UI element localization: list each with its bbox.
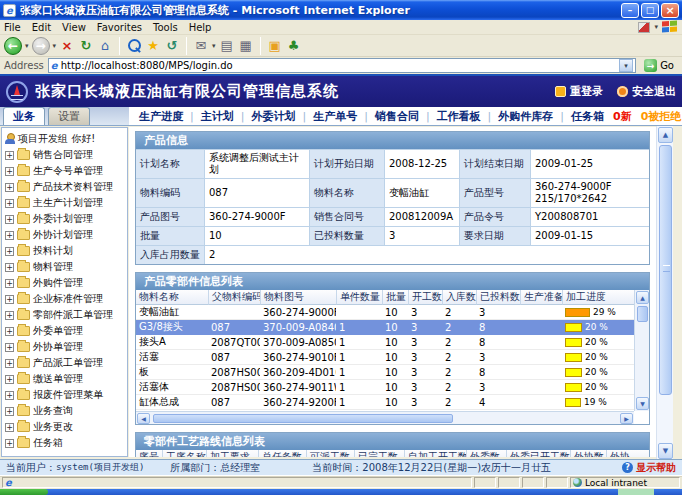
menu-tools[interactable]: Tools bbox=[153, 22, 178, 33]
scroll-left-icon[interactable]: ◀ bbox=[137, 413, 150, 424]
column-header[interactable]: 工序名称 bbox=[162, 450, 206, 457]
column-header[interactable]: 单件数量 bbox=[336, 290, 382, 305]
forward-icon[interactable]: → bbox=[32, 37, 50, 55]
column-header[interactable]: 外委已开工数 bbox=[506, 450, 570, 457]
address-input[interactable]: e http://localhost:8080/MPS/login.do ▾ bbox=[48, 58, 636, 73]
column-header[interactable]: 序号 bbox=[136, 450, 162, 457]
print-icon[interactable]: ▤ bbox=[219, 37, 235, 55]
scrollbar-thumb[interactable] bbox=[659, 145, 672, 395]
column-header[interactable]: 可派工数 bbox=[306, 450, 354, 457]
sidebar-item[interactable]: +企业标准件管理 bbox=[2, 291, 127, 307]
expand-plus-icon[interactable]: + bbox=[5, 199, 14, 208]
expand-plus-icon[interactable]: + bbox=[5, 327, 14, 336]
page-vertical-scrollbar[interactable]: ▲ ▼ bbox=[656, 126, 673, 460]
column-header[interactable]: 自加工开工数 bbox=[404, 450, 466, 457]
expand-plus-icon[interactable]: + bbox=[5, 263, 14, 272]
tab-business[interactable]: 业务 bbox=[3, 107, 45, 125]
menu-favorites[interactable]: Favorites bbox=[97, 22, 142, 33]
table-row[interactable]: 变幅油缸360-274-9000F1032329 % bbox=[136, 305, 634, 320]
column-header[interactable]: 生产准备 bbox=[520, 290, 562, 305]
sidebar-item[interactable]: +任务箱 bbox=[2, 435, 127, 451]
sidebar-item[interactable]: +投料计划 bbox=[2, 243, 127, 259]
expand-plus-icon[interactable]: + bbox=[5, 247, 14, 256]
edit-icon[interactable]: ▦ bbox=[238, 37, 254, 55]
sidebar-item[interactable]: +产品技术资料管理 bbox=[2, 179, 127, 195]
sidebar-item[interactable]: +缴送单管理 bbox=[2, 371, 127, 387]
column-header[interactable]: 物料图号 bbox=[260, 290, 336, 305]
nav-item-6[interactable]: 工作看板 bbox=[437, 109, 481, 124]
sidebar-item[interactable]: +零部件派工单管理 bbox=[2, 307, 127, 323]
expand-plus-icon[interactable]: + bbox=[5, 231, 14, 240]
nav-item-7[interactable]: 外购件库存 bbox=[498, 109, 553, 124]
sidebar-item[interactable]: +外协计划管理 bbox=[2, 227, 127, 243]
scroll-down-icon[interactable]: ▼ bbox=[636, 397, 649, 410]
go-button[interactable]: → Go bbox=[640, 58, 678, 74]
home-icon[interactable]: ⌂ bbox=[97, 37, 113, 55]
sidebar-item[interactable]: +产品派工单管理 bbox=[2, 355, 127, 371]
sidebar-item[interactable]: +外委计划管理 bbox=[2, 211, 127, 227]
column-header[interactable]: 入库数 bbox=[442, 290, 476, 305]
table-row[interactable]: 板2087HS002360-209-4D01011032820 % bbox=[136, 365, 634, 380]
chevron-down-icon[interactable]: ▾ bbox=[212, 42, 216, 50]
column-header[interactable]: 加工要求 bbox=[206, 450, 258, 457]
address-url[interactable]: http://localhost:8080/MPS/login.do bbox=[61, 60, 617, 71]
table-row[interactable]: 接头A2087QT002370-009-A085011032820 % bbox=[136, 335, 634, 350]
sidebar-item[interactable]: +生产令号单管理 bbox=[2, 163, 127, 179]
search-icon[interactable] bbox=[126, 37, 142, 55]
nav-item-2[interactable]: 主计划 bbox=[201, 109, 234, 124]
column-header[interactable]: 批量 bbox=[382, 290, 408, 305]
column-header[interactable]: 物料名称 bbox=[136, 290, 208, 305]
back-icon[interactable]: ← bbox=[4, 37, 22, 55]
nav-item-3[interactable]: 外委计划 bbox=[251, 109, 295, 124]
menu-view[interactable]: View bbox=[62, 22, 86, 33]
sidebar-item[interactable]: +主生产计划管理 bbox=[2, 195, 127, 211]
sidebar-item[interactable]: +报废件管理菜单 bbox=[2, 387, 127, 403]
discuss-icon[interactable]: ▣ bbox=[267, 37, 283, 55]
expand-plus-icon[interactable]: + bbox=[5, 295, 14, 304]
expand-plus-icon[interactable]: + bbox=[5, 359, 14, 368]
messenger-icon[interactable]: ♣ bbox=[286, 37, 302, 55]
expand-plus-icon[interactable]: + bbox=[5, 311, 14, 320]
column-header[interactable]: 外协 bbox=[606, 450, 649, 457]
parts-horizontal-scrollbar[interactable]: ◀ ▶ bbox=[136, 411, 634, 424]
chevron-down-icon[interactable]: ▾ bbox=[53, 42, 57, 50]
minimize-button[interactable]: – bbox=[621, 3, 639, 18]
refresh-icon[interactable]: ↻ bbox=[78, 37, 94, 55]
sidebar-item[interactable]: +外购件管理 bbox=[2, 275, 127, 291]
nav-item-1[interactable]: 生产进度 bbox=[139, 109, 183, 124]
show-help-link[interactable]: ? 显示帮助 bbox=[622, 461, 676, 475]
favorites-icon[interactable]: ★ bbox=[145, 37, 161, 55]
close-button[interactable]: × bbox=[661, 3, 679, 18]
table-row[interactable]: 活塞体2087HS002360-274-9011W11032320 % bbox=[136, 380, 634, 395]
sidebar-item[interactable]: +业务更改 bbox=[2, 419, 127, 435]
sidebar-item[interactable]: +业务查询 bbox=[2, 403, 127, 419]
column-header[interactable]: 加工进度 bbox=[562, 290, 634, 305]
menu-file[interactable]: File bbox=[4, 22, 21, 33]
sidebar-item[interactable]: +外委单管理 bbox=[2, 323, 127, 339]
scrollbar-thumb[interactable] bbox=[153, 414, 453, 423]
column-header[interactable]: 外协数 bbox=[570, 450, 606, 457]
mail-icon[interactable]: ✉ bbox=[193, 37, 209, 55]
scroll-up-icon[interactable]: ▲ bbox=[658, 127, 673, 143]
column-header[interactable]: 总任务数 bbox=[258, 450, 306, 457]
sidebar-item[interactable]: +销售合同管理 bbox=[2, 147, 127, 163]
logout-button[interactable]: 安全退出 bbox=[617, 84, 676, 99]
adobe-toolbar-icon[interactable] bbox=[638, 22, 650, 33]
address-dropdown-icon[interactable]: ▾ bbox=[619, 59, 633, 72]
expand-plus-icon[interactable]: + bbox=[5, 215, 14, 224]
nav-item-5[interactable]: 销售合同 bbox=[375, 109, 419, 124]
nav-item-4[interactable]: 生产单号 bbox=[313, 109, 357, 124]
column-header[interactable]: 已完工数 bbox=[354, 450, 404, 457]
stop-icon[interactable]: × bbox=[59, 37, 75, 55]
sidebar-item[interactable]: +物料管理 bbox=[2, 259, 127, 275]
expand-plus-icon[interactable]: + bbox=[5, 439, 14, 448]
sidebar-item[interactable]: +外协单管理 bbox=[2, 339, 127, 355]
scrollbar-thumb[interactable] bbox=[637, 306, 648, 322]
expand-plus-icon[interactable]: + bbox=[5, 151, 14, 160]
history-icon[interactable]: ↺ bbox=[164, 37, 180, 55]
scroll-up-icon[interactable]: ▲ bbox=[636, 291, 649, 304]
parts-vertical-scrollbar[interactable]: ▲ ▼ bbox=[634, 290, 649, 411]
expand-plus-icon[interactable]: + bbox=[5, 343, 14, 352]
nav-item-8[interactable]: 任务箱 bbox=[571, 109, 604, 124]
expand-plus-icon[interactable]: + bbox=[5, 167, 14, 176]
